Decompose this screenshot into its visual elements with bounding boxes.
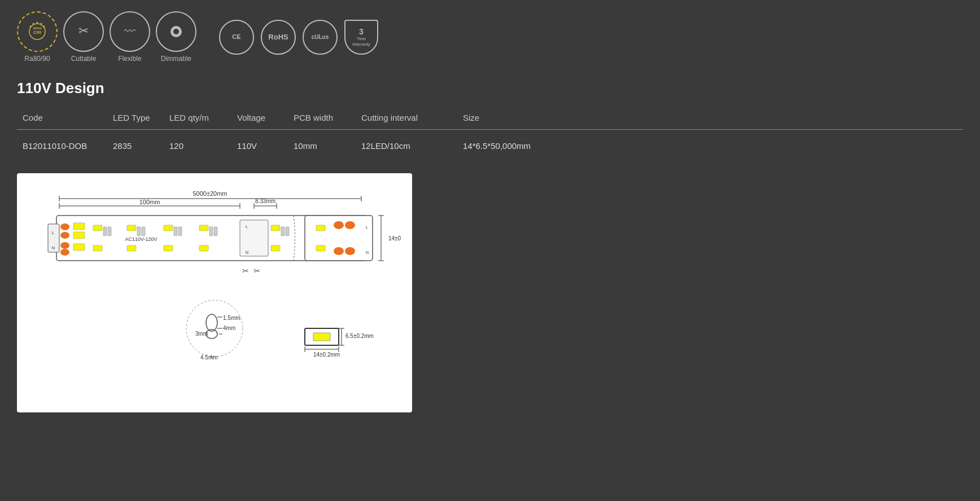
svg-text:N: N: [366, 250, 369, 254]
svg-rect-44: [164, 245, 173, 251]
svg-text:14±0.2mm: 14±0.2mm: [388, 235, 401, 241]
svg-rect-42: [142, 227, 145, 236]
svg-text:N: N: [246, 250, 248, 254]
svg-rect-56: [240, 220, 268, 256]
header-led-qty: LED qty/m: [164, 108, 231, 130]
svg-point-7: [30, 26, 32, 28]
svg-point-6: [33, 23, 34, 25]
svg-text:N: N: [52, 246, 55, 250]
cell-cutting-interval: 12LED/10cm: [356, 130, 457, 162]
svg-point-67: [345, 221, 355, 229]
svg-point-4: [41, 23, 42, 25]
svg-point-3: [37, 22, 38, 24]
diagram-container: 5000±20mm 100mm 8.33mm L N: [17, 173, 412, 412]
svg-point-68: [334, 247, 344, 255]
svg-rect-43: [164, 225, 173, 231]
cell-code: B12011010-DOB: [17, 130, 107, 162]
svg-text:✂: ✂: [253, 266, 260, 275]
svg-rect-47: [199, 225, 208, 231]
icon-flexible-label: Flexible: [118, 55, 141, 63]
svg-point-34: [60, 249, 69, 256]
svg-text:6.5±0.2mm: 6.5±0.2mm: [345, 333, 374, 339]
svg-rect-45: [174, 227, 177, 236]
header-cutting-interval: Cutting interval: [356, 108, 457, 130]
svg-rect-38: [108, 227, 111, 236]
svg-point-5: [43, 26, 45, 28]
svg-point-79: [206, 314, 217, 331]
icon-cuttable-label: Cuttable: [71, 55, 97, 63]
svg-rect-28: [73, 223, 85, 230]
svg-point-11: [173, 29, 179, 34]
icon-dimmable: Dimmable: [156, 11, 196, 63]
svg-text:L: L: [52, 231, 54, 235]
svg-rect-39: [127, 225, 136, 231]
svg-rect-61: [281, 227, 285, 236]
svg-text:14±0.2mm: 14±0.2mm: [313, 351, 340, 358]
svg-rect-41: [137, 227, 141, 236]
svg-text:3mm: 3mm: [195, 331, 208, 337]
cell-size: 14*6.5*50,000mm: [457, 130, 963, 162]
svg-text:CRI: CRI: [33, 30, 41, 35]
svg-rect-35: [93, 225, 102, 231]
cert-icons: CE RoHS cULus 3 YearWarranty: [219, 20, 378, 55]
svg-text:100mm: 100mm: [139, 199, 160, 205]
header-voltage: Voltage: [231, 108, 288, 130]
svg-rect-36: [93, 245, 102, 251]
svg-rect-90: [313, 333, 330, 341]
icon-flexible: 〰 Flexible: [110, 11, 150, 63]
icon-dimmable-label: Dimmable: [161, 55, 191, 63]
cert-ce: CE: [219, 20, 254, 55]
svg-text:1.5mm: 1.5mm: [223, 315, 240, 321]
icon-cuttable: ✂ Cuttable: [63, 11, 104, 63]
svg-point-32: [60, 232, 69, 239]
header-pcb-width: PCB width: [288, 108, 356, 130]
svg-rect-59: [271, 225, 280, 231]
svg-text:L: L: [246, 225, 248, 228]
header-size: Size: [457, 108, 963, 130]
header-led-type: LED Type: [107, 108, 164, 130]
svg-text:✂: ✂: [78, 24, 89, 38]
svg-rect-49: [209, 227, 213, 236]
svg-rect-60: [271, 245, 280, 251]
svg-rect-48: [199, 245, 208, 251]
svg-rect-46: [178, 227, 182, 236]
icon-high-cri: HIGH CRI Ra80/90: [17, 11, 58, 63]
cert-ul: cULus: [303, 20, 338, 55]
header-code: Code: [17, 108, 107, 130]
svg-rect-40: [127, 245, 136, 251]
svg-text:8.33mm: 8.33mm: [255, 198, 275, 204]
svg-text:✂: ✂: [242, 266, 249, 275]
svg-text:4.5mm: 4.5mm: [200, 354, 218, 361]
cell-led-type: 2835: [107, 130, 164, 162]
svg-point-33: [60, 242, 69, 249]
svg-rect-64: [316, 225, 325, 231]
svg-text:〰: 〰: [124, 25, 135, 37]
svg-rect-29: [73, 232, 85, 239]
svg-rect-30: [73, 244, 85, 250]
svg-rect-65: [316, 245, 325, 251]
svg-point-66: [334, 221, 344, 229]
svg-text:4mm: 4mm: [223, 325, 235, 331]
cert-rohs: RoHS: [261, 20, 296, 55]
cert-warranty: 3 YearWarranty: [344, 20, 378, 55]
svg-point-69: [345, 247, 355, 255]
icon-high-cri-label: Ra80/90: [24, 55, 50, 63]
cell-led-qty: 120: [164, 130, 231, 162]
icons-row: HIGH CRI Ra80/90 ✂ Cuttable 〰: [17, 11, 963, 63]
svg-text:AC110V-120V: AC110V-120V: [125, 236, 157, 242]
svg-text:5000±20mm: 5000±20mm: [193, 190, 227, 197]
cell-pcb-width: 10mm: [288, 130, 356, 162]
svg-rect-50: [214, 227, 217, 236]
led-strip-diagram: 5000±20mm 100mm 8.33mm L N: [28, 184, 401, 399]
table-row: B12011010-DOB 2835 120 110V 10mm 12LED/1…: [17, 130, 963, 162]
svg-rect-37: [103, 227, 107, 236]
section-title: 110V Design: [17, 80, 963, 97]
svg-text:L: L: [366, 225, 368, 229]
svg-rect-62: [286, 227, 289, 236]
cell-voltage: 110V: [231, 130, 288, 162]
spec-table: Code LED Type LED qty/m Voltage PCB widt…: [17, 108, 963, 162]
svg-point-31: [60, 223, 69, 230]
